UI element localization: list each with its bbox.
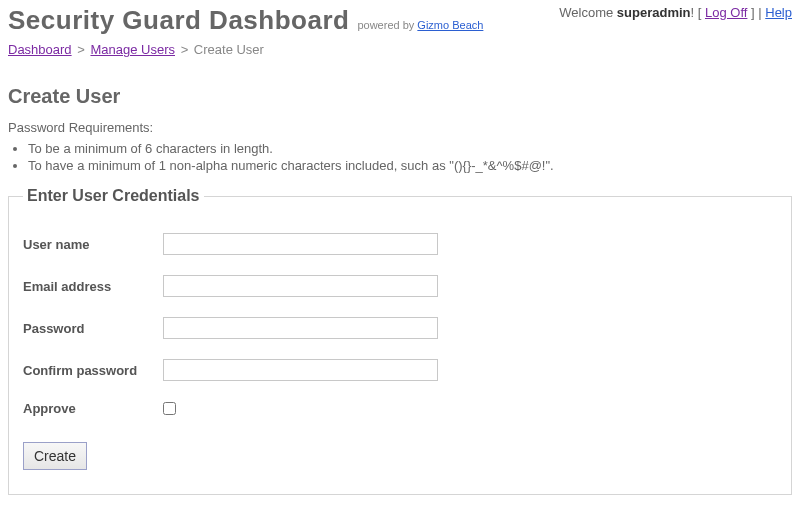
- password-reqs-title: Password Requirements:: [8, 120, 792, 135]
- breadcrumb-current: Create User: [194, 42, 264, 57]
- username-label: User name: [23, 237, 163, 252]
- breadcrumb-dashboard[interactable]: Dashboard: [8, 42, 72, 57]
- welcome-username: superadmin: [617, 5, 691, 20]
- password-req-item: To be a minimum of 6 characters in lengt…: [28, 141, 792, 156]
- welcome-prefix: Welcome: [559, 5, 617, 20]
- page-heading: Create User: [8, 85, 792, 108]
- breadcrumb: Dashboard > Manage Users > Create User: [8, 42, 792, 57]
- bracket-open: [: [694, 5, 705, 20]
- email-label: Email address: [23, 279, 163, 294]
- breadcrumb-sep: >: [77, 42, 85, 57]
- password-input[interactable]: [163, 317, 438, 339]
- confirm-password-label: Confirm password: [23, 363, 163, 378]
- app-title: Security Guard Dashboard: [8, 5, 349, 36]
- password-label: Password: [23, 321, 163, 336]
- approve-label: Approve: [23, 401, 163, 416]
- powered-by-link[interactable]: Gizmo Beach: [417, 19, 483, 31]
- confirm-password-input[interactable]: [163, 359, 438, 381]
- help-link[interactable]: Help: [765, 5, 792, 20]
- bracket-close: ]: [747, 5, 754, 20]
- approve-checkbox[interactable]: [163, 402, 176, 415]
- logoff-link[interactable]: Log Off: [705, 5, 747, 20]
- credentials-fieldset: Enter User Credentials User name Email a…: [8, 187, 792, 495]
- breadcrumb-manage-users[interactable]: Manage Users: [90, 42, 175, 57]
- credentials-legend: Enter User Credentials: [23, 187, 204, 205]
- username-input[interactable]: [163, 233, 438, 255]
- password-req-item: To have a minimum of 1 non-alpha numeric…: [28, 158, 792, 173]
- email-input[interactable]: [163, 275, 438, 297]
- pipe: |: [755, 5, 766, 20]
- breadcrumb-sep: >: [181, 42, 189, 57]
- create-button[interactable]: Create: [23, 442, 87, 470]
- welcome-block: Welcome superadmin! [ Log Off ] | Help: [559, 5, 792, 20]
- powered-by-prefix: powered by: [357, 19, 417, 31]
- powered-by: powered by Gizmo Beach: [357, 19, 483, 31]
